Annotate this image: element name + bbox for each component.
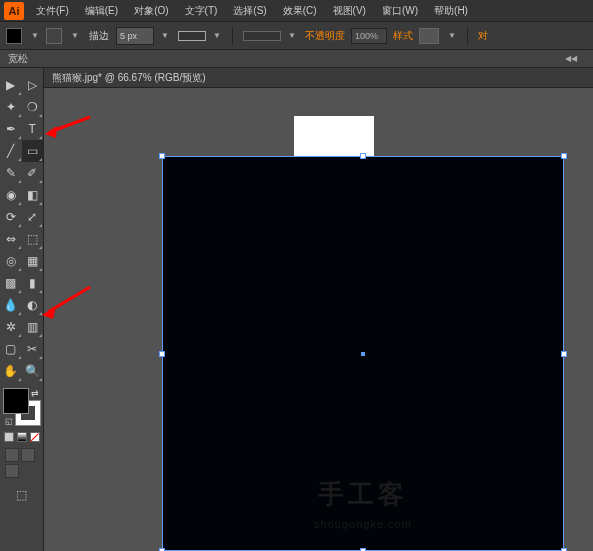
divider: [467, 27, 468, 45]
opacity-field[interactable]: 100%: [351, 28, 387, 44]
graph-tool[interactable]: ▥: [22, 316, 44, 338]
fill-stroke-control[interactable]: ⇄ ◱: [3, 388, 41, 426]
style-label: 样式: [393, 29, 413, 43]
shape-builder-tool[interactable]: ◎: [0, 250, 22, 272]
slice-tool[interactable]: ✂: [22, 338, 44, 360]
stroke-profile-dropdown-icon[interactable]: ▼: [210, 29, 224, 43]
width-tool[interactable]: ⇔: [0, 228, 22, 250]
handle-top-mid[interactable]: [360, 153, 366, 159]
symbol-tool[interactable]: ✲: [0, 316, 22, 338]
menu-effect[interactable]: 效果(C): [275, 4, 325, 18]
color-options: [4, 432, 40, 442]
artboard-tool[interactable]: ▢: [0, 338, 22, 360]
selected-rectangle[interactable]: 手工客 shougongke.com: [162, 156, 564, 551]
scale-tool[interactable]: ⤢: [22, 206, 44, 228]
hand-tool[interactable]: ✋: [0, 360, 22, 382]
fill-dropdown-icon[interactable]: ▼: [28, 29, 42, 43]
menu-edit[interactable]: 编辑(E): [77, 4, 126, 18]
perspective-tool[interactable]: ▦: [22, 250, 44, 272]
tools-panel: ▶▷ ✦❍ ✒T ╱▭ ✎✐ ◉◧ ⟳⤢ ⇔⬚ ◎▦ ▩▮ 💧◐ ✲▥ ▢✂ ✋…: [0, 68, 44, 551]
property-bar: 宽松 ◀◀: [0, 50, 593, 68]
stroke-dropdown-icon[interactable]: ▼: [68, 29, 82, 43]
brush-dropdown-icon[interactable]: ▼: [285, 29, 299, 43]
default-icon[interactable]: ◱: [5, 417, 13, 426]
color-none[interactable]: [30, 432, 40, 442]
menu-view[interactable]: 视图(V): [325, 4, 374, 18]
align-label: 对: [478, 29, 488, 43]
center-point: [361, 352, 365, 356]
handle-mid-right[interactable]: [561, 351, 567, 357]
mesh-tool[interactable]: ▩: [0, 272, 22, 294]
style-dropdown-icon[interactable]: ▼: [445, 29, 459, 43]
control-bar: ▼ ▼ 描边 5 px ▼ ▼ ▼ 不透明度 100% 样式 ▼ 对: [0, 22, 593, 50]
menu-file[interactable]: 文件(F): [28, 4, 77, 18]
fill-box[interactable]: [3, 388, 29, 414]
menu-object[interactable]: 对象(O): [126, 4, 176, 18]
chevron-left-icon[interactable]: ◀◀: [565, 54, 577, 63]
zoom-tool[interactable]: 🔍: [22, 360, 44, 382]
main-area: ▶▷ ✦❍ ✒T ╱▭ ✎✐ ◉◧ ⟳⤢ ⇔⬚ ◎▦ ▩▮ 💧◐ ✲▥ ▢✂ ✋…: [0, 68, 593, 551]
brush-tool[interactable]: ✎: [0, 162, 22, 184]
rectangle-tool[interactable]: ▭: [22, 140, 44, 162]
canvas[interactable]: 手工客 shougongke.com: [44, 88, 593, 551]
watermark-text: 手工客: [318, 477, 408, 512]
menu-help[interactable]: 帮助(H): [426, 4, 476, 18]
menu-window[interactable]: 窗口(W): [374, 4, 426, 18]
draw-mode-inside[interactable]: [5, 464, 19, 478]
stroke-width-field[interactable]: 5 px: [116, 27, 154, 45]
handle-top-right[interactable]: [561, 153, 567, 159]
screen-mode-button[interactable]: ⬚: [11, 484, 33, 506]
document-tab-name: 熊猫猴.jpg* @ 66.67% (RGB/预览): [52, 71, 206, 85]
stroke-profile[interactable]: [178, 31, 206, 41]
screen-modes: [5, 448, 39, 478]
eyedropper-tool[interactable]: 💧: [0, 294, 22, 316]
type-tool[interactable]: T: [22, 118, 44, 140]
color-gradient[interactable]: [17, 432, 27, 442]
brush-def[interactable]: [243, 31, 281, 41]
menu-select[interactable]: 选择(S): [225, 4, 274, 18]
canvas-area: 熊猫猴.jpg* @ 66.67% (RGB/预览) 手工客 shougongk…: [44, 68, 593, 551]
magic-wand-tool[interactable]: ✦: [0, 96, 22, 118]
artboard-small: [294, 116, 374, 156]
draw-mode-normal[interactable]: [5, 448, 19, 462]
eraser-tool[interactable]: ◧: [22, 184, 44, 206]
free-transform-tool[interactable]: ⬚: [22, 228, 44, 250]
gradient-tool[interactable]: ▮: [22, 272, 44, 294]
color-solid[interactable]: [4, 432, 14, 442]
blend-tool[interactable]: ◐: [22, 294, 44, 316]
lasso-tool[interactable]: ❍: [22, 96, 44, 118]
handle-top-left[interactable]: [159, 153, 165, 159]
selection-tool[interactable]: ▶: [0, 74, 22, 96]
watermark-subtext: shougongke.com: [314, 518, 412, 530]
divider: [232, 27, 233, 45]
pen-tool[interactable]: ✒: [0, 118, 22, 140]
opacity-label: 不透明度: [305, 29, 345, 43]
document-tab[interactable]: 熊猫猴.jpg* @ 66.67% (RGB/预览): [44, 68, 593, 88]
line-tool[interactable]: ╱: [0, 140, 22, 162]
style-swatch[interactable]: [419, 28, 439, 44]
stroke-label: 描边: [89, 29, 109, 43]
handle-mid-left[interactable]: [159, 351, 165, 357]
direct-select-tool[interactable]: ▷: [22, 74, 44, 96]
menu-type[interactable]: 文字(T): [177, 4, 226, 18]
pencil-tool[interactable]: ✐: [22, 162, 44, 184]
stroke-width-dropdown-icon[interactable]: ▼: [158, 29, 172, 43]
fill-swatch[interactable]: [6, 28, 22, 44]
rotate-tool[interactable]: ⟳: [0, 206, 22, 228]
propbar-label: 宽松: [8, 52, 28, 66]
stroke-swatch[interactable]: [46, 28, 62, 44]
blob-tool[interactable]: ◉: [0, 184, 22, 206]
draw-mode-behind[interactable]: [21, 448, 35, 462]
app-logo: Ai: [4, 2, 24, 20]
menubar: Ai 文件(F) 编辑(E) 对象(O) 文字(T) 选择(S) 效果(C) 视…: [0, 0, 593, 22]
swap-icon[interactable]: ⇄: [31, 388, 39, 398]
